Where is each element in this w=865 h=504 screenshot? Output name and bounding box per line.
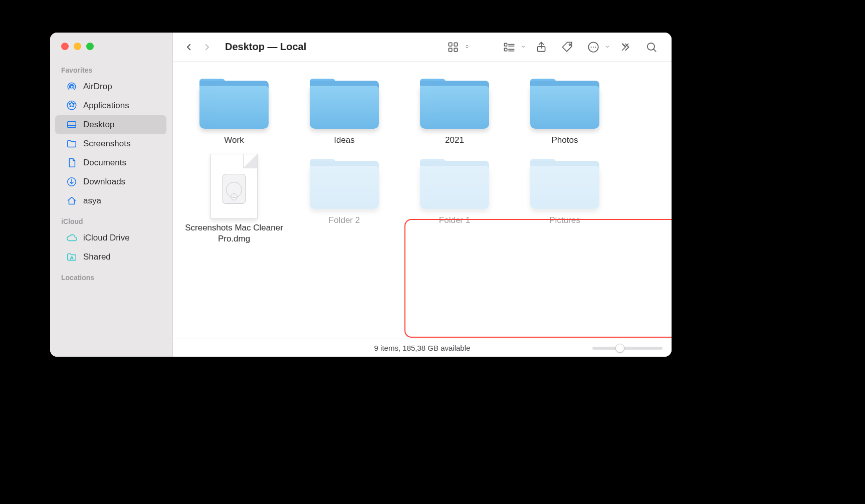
sidebar-item-applications[interactable]: Applications	[55, 96, 166, 115]
sidebar-item-shared[interactable]: Shared	[55, 247, 166, 267]
toolbar: Desktop — Local	[173, 33, 672, 62]
dmg-file-icon	[206, 153, 262, 220]
hidden-folder-item[interactable]: Pictures	[510, 153, 620, 244]
group-by-button[interactable]	[498, 38, 526, 56]
sidebar-item-downloads[interactable]: Downloads	[55, 172, 166, 191]
sidebar-item-airdrop[interactable]: AirDrop	[55, 77, 166, 96]
folder-large-icon	[417, 153, 492, 213]
folder-item[interactable]: Work	[179, 73, 289, 146]
hidden-folder-item[interactable]: Folder 2	[289, 153, 399, 244]
sidebar-item-label: Documents	[83, 158, 126, 168]
icon-grid: Work Ideas 2021 Photos	[179, 73, 666, 251]
main-pane: Desktop — Local	[173, 33, 672, 357]
item-label: Ideas	[331, 135, 358, 146]
sidebar-item-icloud-drive[interactable]: iCloud Drive	[55, 228, 166, 247]
folder-item[interactable]: Ideas	[289, 73, 399, 146]
sidebar-item-label: Applications	[83, 101, 129, 111]
group-icon	[498, 38, 520, 56]
applications-icon	[66, 100, 77, 111]
item-label: Folder 1	[436, 215, 473, 226]
folder-item[interactable]: Photos	[510, 73, 620, 146]
status-bar: 9 items, 185,38 GB available	[173, 339, 672, 357]
folder-item[interactable]: 2021	[399, 73, 510, 146]
status-text: 9 items, 185,38 GB available	[374, 344, 471, 352]
chevron-down-icon	[520, 43, 526, 52]
shared-folder-icon	[66, 251, 77, 263]
minimize-window-button[interactable]	[74, 43, 81, 50]
finder-window: Favorites AirDrop Applications Desktop S…	[50, 33, 672, 357]
sidebar-item-label: asya	[83, 196, 101, 206]
view-grid-icon	[442, 38, 464, 56]
close-window-button[interactable]	[61, 43, 69, 50]
overflow-button[interactable]	[614, 38, 636, 56]
icon-size-slider[interactable]	[592, 347, 663, 350]
svg-point-0	[70, 85, 73, 88]
sidebar-section-favorites: Favorites	[50, 59, 172, 77]
hidden-folder-item[interactable]: Folder 1	[399, 153, 510, 244]
svg-rect-10	[504, 48, 507, 51]
sidebar-section-locations: Locations	[50, 267, 172, 285]
sidebar-item-label: AirDrop	[83, 82, 112, 92]
svg-point-12	[569, 44, 570, 45]
window-title: Desktop — Local	[225, 41, 306, 53]
search-button[interactable]	[640, 38, 663, 56]
sidebar-item-label: Screenshots	[83, 139, 131, 149]
sidebar-item-label: Downloads	[83, 177, 125, 187]
folder-large-icon	[307, 153, 382, 213]
folder-large-icon	[527, 153, 602, 213]
downloads-icon	[66, 176, 77, 187]
sidebar-item-label: Shared	[83, 252, 111, 262]
svg-rect-7	[449, 48, 452, 52]
chevron-down-icon	[604, 43, 610, 52]
view-mode-button[interactable]	[442, 38, 470, 56]
folder-large-icon	[527, 73, 602, 133]
folder-large-icon	[196, 73, 272, 133]
window-controls	[50, 43, 172, 59]
item-label: Photos	[549, 135, 581, 146]
slider-knob[interactable]	[615, 344, 624, 353]
svg-point-14	[591, 46, 592, 47]
documents-icon	[66, 157, 77, 168]
svg-point-15	[593, 46, 594, 47]
desktop-icon	[66, 119, 77, 130]
fullscreen-window-button[interactable]	[86, 43, 94, 50]
sidebar-item-screenshots[interactable]: Screenshots	[55, 134, 166, 153]
cloud-icon	[66, 232, 77, 243]
item-label: 2021	[442, 135, 467, 146]
sidebar-item-label: iCloud Drive	[83, 233, 130, 243]
folder-icon	[66, 138, 77, 149]
item-label: Screenshots Mac Cleaner Pro.dmg	[179, 222, 289, 244]
back-button[interactable]	[182, 40, 196, 54]
item-label: Pictures	[546, 215, 583, 226]
content-area[interactable]: Work Ideas 2021 Photos	[173, 62, 672, 339]
svg-point-16	[595, 46, 596, 47]
folder-large-icon	[417, 73, 492, 133]
more-icon	[582, 38, 604, 56]
svg-rect-2	[68, 122, 76, 128]
sidebar-item-desktop[interactable]: Desktop	[55, 115, 166, 134]
home-icon	[66, 195, 77, 206]
sidebar-item-label: Desktop	[83, 120, 114, 130]
airdrop-icon	[66, 81, 77, 92]
item-label: Folder 2	[326, 215, 363, 226]
sidebar-section-icloud: iCloud	[50, 210, 172, 228]
sidebar-item-documents[interactable]: Documents	[55, 153, 166, 172]
forward-button[interactable]	[200, 40, 214, 54]
sidebar: Favorites AirDrop Applications Desktop S…	[50, 33, 173, 357]
svg-rect-8	[454, 48, 458, 52]
svg-rect-5	[449, 43, 452, 46]
file-item[interactable]: Screenshots Mac Cleaner Pro.dmg	[179, 153, 289, 244]
svg-rect-6	[454, 43, 458, 46]
share-button[interactable]	[530, 38, 552, 56]
folder-large-icon	[307, 73, 382, 133]
tags-button[interactable]	[556, 38, 578, 56]
item-label: Work	[221, 135, 247, 146]
svg-rect-9	[504, 43, 507, 46]
chevron-updown-icon	[464, 43, 470, 52]
actions-menu-button[interactable]	[582, 38, 610, 56]
sidebar-item-home[interactable]: asya	[55, 191, 166, 210]
